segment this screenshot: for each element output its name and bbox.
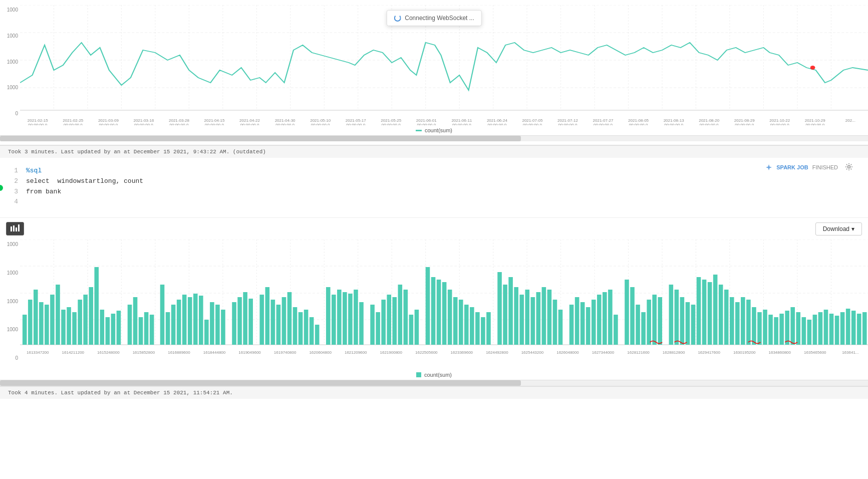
- svg-rect-89: [171, 305, 176, 345]
- svg-rect-108: [287, 292, 292, 345]
- svg-rect-202: [846, 309, 850, 345]
- svg-rect-173: [686, 302, 690, 345]
- spark-job-badge: SPARK JOB FINISHED: [765, 164, 838, 171]
- svg-rect-154: [569, 305, 574, 345]
- svg-rect-120: [359, 302, 364, 345]
- svg-rect-156: [581, 302, 585, 345]
- scrollbar-thumb-1[interactable]: [0, 136, 521, 141]
- svg-rect-193: [796, 312, 800, 345]
- svg-rect-114: [326, 287, 331, 345]
- svg-rect-32: [13, 225, 15, 231]
- svg-rect-157: [586, 307, 591, 345]
- svg-rect-159: [597, 295, 602, 345]
- cell-settings-button[interactable]: [845, 163, 853, 172]
- x-axis-labels-1: 2021-02-1500:00:00.0 2021-02-2500:00:00.…: [20, 117, 868, 125]
- gear-icon: [845, 163, 853, 171]
- svg-rect-182: [735, 302, 740, 345]
- svg-rect-90: [177, 300, 181, 345]
- svg-rect-144: [508, 277, 513, 345]
- svg-rect-124: [387, 295, 391, 345]
- svg-rect-205: [862, 312, 867, 345]
- svg-rect-201: [840, 312, 845, 345]
- x-axis-labels-2: 1613347200 1614211200 1615248000 1615852…: [20, 349, 868, 355]
- spark-job-label: SPARK JOB: [776, 164, 808, 170]
- svg-rect-161: [608, 290, 613, 345]
- svg-rect-170: [669, 285, 674, 345]
- svg-rect-169: [658, 297, 662, 345]
- chart1-scrollbar[interactable]: [0, 135, 868, 141]
- loading-spinner: [394, 15, 401, 22]
- svg-rect-191: [785, 311, 789, 345]
- svg-rect-103: [259, 295, 264, 345]
- svg-rect-34: [18, 224, 20, 231]
- code-line-2: 2select windowstartlong, count: [10, 176, 858, 187]
- svg-rect-101: [243, 292, 247, 345]
- cell-status-dot: [0, 185, 3, 191]
- svg-rect-152: [553, 300, 557, 345]
- status-text-1: Took 3 minutes. Last updated by an at De…: [8, 149, 266, 155]
- svg-rect-187: [763, 310, 767, 345]
- svg-rect-65: [28, 300, 33, 345]
- svg-rect-190: [779, 314, 784, 345]
- svg-rect-184: [746, 300, 751, 345]
- svg-rect-93: [193, 294, 198, 345]
- svg-rect-131: [431, 277, 436, 345]
- code-content: 1%sql 2select windowstartlong, count 3fr…: [10, 166, 858, 207]
- bar-chart-area: 1613347200 1614211200 1615248000 1615852…: [20, 240, 868, 355]
- svg-rect-83: [133, 297, 138, 345]
- svg-rect-186: [757, 312, 762, 345]
- svg-rect-123: [381, 300, 386, 345]
- svg-rect-110: [299, 312, 303, 345]
- svg-rect-139: [475, 312, 480, 345]
- chart-type-button[interactable]: [6, 222, 24, 235]
- svg-rect-189: [774, 317, 778, 345]
- svg-rect-148: [530, 297, 535, 345]
- svg-rect-185: [752, 307, 756, 345]
- chart2-toolbar: Download ▾: [0, 218, 868, 240]
- svg-rect-107: [282, 297, 286, 345]
- svg-rect-111: [304, 310, 309, 345]
- svg-rect-68: [45, 305, 49, 345]
- svg-rect-188: [768, 315, 773, 345]
- svg-rect-133: [442, 282, 447, 345]
- svg-rect-67: [39, 302, 44, 345]
- line-chart-section: Connecting WebSocket ... 1000 1000 1000 …: [0, 0, 868, 145]
- svg-rect-171: [675, 290, 679, 345]
- svg-rect-168: [652, 295, 657, 345]
- svg-rect-116: [337, 290, 342, 345]
- chart2-legend: count(sum): [0, 370, 868, 380]
- websocket-tooltip: Connecting WebSocket ...: [386, 10, 482, 26]
- svg-rect-78: [100, 310, 104, 345]
- svg-rect-164: [630, 287, 635, 345]
- scrollbar-thumb-2[interactable]: [0, 380, 521, 386]
- status-bar-2: Took 4 minutes. Last updated by an at De…: [0, 386, 868, 399]
- svg-rect-165: [636, 305, 640, 345]
- status-bar-1: Took 3 minutes. Last updated by an at De…: [0, 145, 868, 158]
- svg-rect-85: [144, 312, 149, 345]
- chart2-scrollbar[interactable]: [0, 380, 868, 386]
- svg-rect-66: [34, 290, 38, 345]
- code-line-1: 1%sql: [10, 166, 858, 176]
- code-line-3: 3from bank: [10, 187, 858, 197]
- svg-rect-146: [519, 295, 524, 345]
- svg-rect-178: [713, 275, 718, 345]
- svg-rect-109: [293, 307, 298, 345]
- spark-icon: [765, 164, 772, 171]
- svg-rect-141: [486, 312, 491, 345]
- chart2-legend-label: count(sum): [424, 372, 452, 378]
- svg-rect-95: [204, 320, 209, 345]
- svg-rect-143: [503, 285, 507, 345]
- download-button[interactable]: Download ▾: [815, 222, 862, 235]
- svg-rect-77: [94, 267, 99, 345]
- status-text-2: Took 4 minutes. Last updated by an at De…: [8, 390, 233, 396]
- svg-rect-104: [265, 287, 269, 345]
- code-line-4: 4: [10, 197, 858, 207]
- svg-rect-199: [829, 314, 834, 345]
- svg-rect-92: [188, 297, 192, 345]
- svg-rect-172: [680, 297, 685, 345]
- svg-rect-132: [437, 280, 441, 345]
- svg-rect-158: [592, 300, 596, 345]
- bar-chart-container: 1000 1000 1000 1000 0: [0, 240, 868, 370]
- svg-rect-80: [111, 314, 116, 345]
- bar-chart-svg: [20, 240, 868, 347]
